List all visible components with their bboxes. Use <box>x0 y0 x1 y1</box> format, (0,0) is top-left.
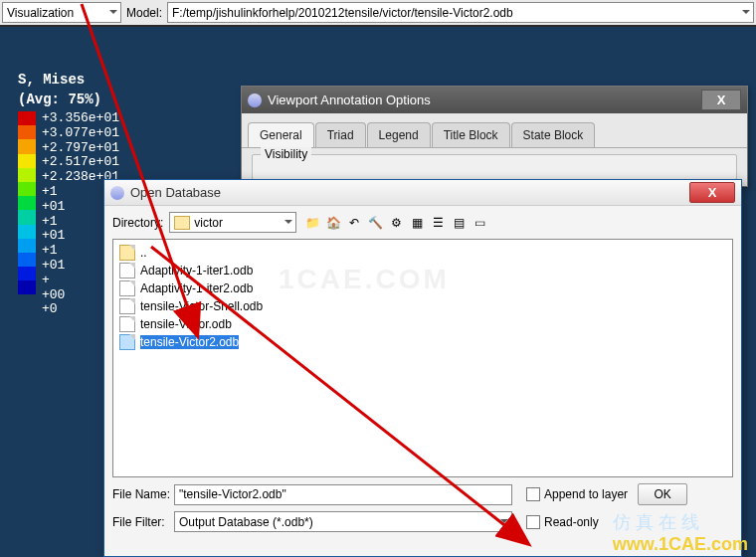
watermark-faint: 1CAE.COM <box>279 264 450 295</box>
viewport-annotation-dialog: Viewport Annotation Options X GeneralTri… <box>241 86 748 187</box>
app-icon <box>110 186 124 200</box>
directory-dropdown[interactable]: victor <box>169 212 296 233</box>
folder-icon <box>174 216 190 230</box>
folder-back-icon[interactable]: 📁 <box>304 215 320 231</box>
file-name: tensile-Victor-Shell.odb <box>140 299 263 313</box>
legend-gradient <box>18 111 36 294</box>
list-icon[interactable]: ☰ <box>430 215 446 231</box>
opendb-titlebar[interactable]: Open Database X <box>104 180 741 206</box>
directory-value: victor <box>194 216 223 230</box>
file-name: tensile-Victor2.odb <box>140 335 239 349</box>
top-toolbar: Visualization Model: F:/temp/jishulinkfo… <box>0 0 756 27</box>
file-icon <box>119 334 135 350</box>
file-name: tensile-Victor.odb <box>140 317 232 331</box>
file-icon <box>119 316 135 332</box>
file-name: Adaptivity-1-iter2.odb <box>140 281 253 295</box>
app-icon <box>248 93 262 107</box>
file-item[interactable]: tensile-Victor2.odb <box>117 333 728 351</box>
tool-icon[interactable]: ↶ <box>346 215 362 231</box>
site-watermark: 仿 真 在 线 www.1CAE.com <box>613 510 748 555</box>
file-name: .. <box>140 246 147 260</box>
hammer-icon[interactable]: 🔨 <box>367 215 383 231</box>
tab-state-block[interactable]: State Block <box>511 122 596 147</box>
folder-icon <box>119 245 135 261</box>
file-icon <box>119 263 135 278</box>
ok-button[interactable]: OK <box>638 483 687 505</box>
append-label: Append to layer <box>544 487 628 501</box>
file-item[interactable]: tensile-Victor-Shell.odb <box>117 297 728 315</box>
options-icon[interactable]: ⚙ <box>388 215 404 231</box>
legend-title-1: S, Mises <box>18 72 119 88</box>
tab-legend[interactable]: Legend <box>367 122 431 147</box>
visibility-group-label: Visibility <box>261 147 311 161</box>
filename-label: File Name: <box>112 487 174 501</box>
file-item[interactable]: .. <box>117 244 728 262</box>
details-icon[interactable]: ▭ <box>472 215 487 231</box>
file-icon <box>119 280 135 296</box>
filename-value: "tensile-Victor2.odb" <box>179 487 286 501</box>
directory-label: Directory: <box>112 216 163 230</box>
readonly-label: Read-only <box>544 515 599 529</box>
legend-title-2: (Avg: 75%) <box>18 92 119 107</box>
grid1-icon[interactable]: ▦ <box>409 215 425 231</box>
vao-titlebar[interactable]: Viewport Annotation Options X <box>242 87 747 113</box>
file-name: Adaptivity-1-iter1.odb <box>140 264 253 278</box>
mode-dropdown[interactable]: Visualization <box>2 2 121 23</box>
visibility-group: Visibility <box>252 154 737 180</box>
watermark-cn: 仿 真 在 线 <box>613 512 699 532</box>
file-item[interactable]: tensile-Victor.odb <box>117 315 728 333</box>
directory-row: Directory: victor 📁🏠↶🔨⚙▦☰▤▭ <box>104 206 741 239</box>
opendb-close-button[interactable]: X <box>689 182 735 203</box>
vao-title: Viewport Annotation Options <box>268 93 431 107</box>
model-label: Model: <box>126 6 162 20</box>
filename-input[interactable]: "tensile-Victor2.odb" <box>174 484 512 505</box>
readonly-checkbox[interactable] <box>526 515 540 529</box>
tab-title-block[interactable]: Title Block <box>432 122 510 147</box>
file-icon <box>119 298 135 314</box>
append-checkbox[interactable] <box>526 487 540 501</box>
filter-label: File Filter: <box>112 515 174 529</box>
model-path-dropdown[interactable]: F:/temp/jishulinkforhelp/2010212tensile/… <box>167 2 754 23</box>
open-database-dialog: Open Database X Directory: victor 📁🏠↶🔨⚙▦… <box>103 179 742 557</box>
opendb-title: Open Database <box>130 185 221 200</box>
vao-tabs: GeneralTriadLegendTitle BlockState Block <box>242 119 747 148</box>
filter-value: Output Database (*.odb*) <box>179 515 313 529</box>
vao-close-button[interactable]: X <box>701 90 741 110</box>
grid2-icon[interactable]: ▤ <box>451 215 467 231</box>
watermark-url: www.1CAE.com <box>613 534 748 554</box>
home-icon[interactable]: 🏠 <box>325 215 341 231</box>
tab-triad[interactable]: Triad <box>315 122 366 147</box>
tab-general[interactable]: General <box>248 122 314 147</box>
file-toolbar: 📁🏠↶🔨⚙▦☰▤▭ <box>304 215 487 231</box>
filter-dropdown[interactable]: Output Database (*.odb*) <box>174 511 512 532</box>
